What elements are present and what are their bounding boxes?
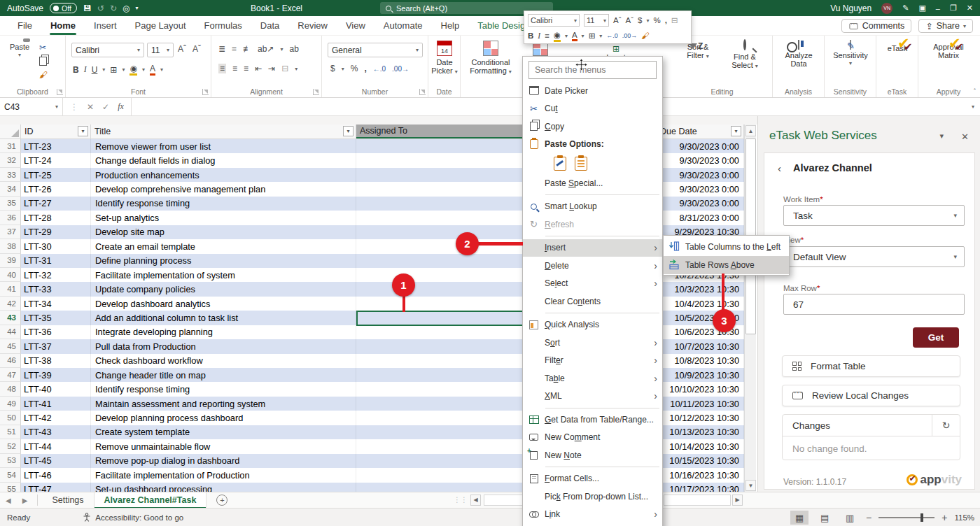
copy-icon[interactable] [39, 57, 47, 66]
decrease-decimal-icon[interactable]: .00→ [622, 32, 638, 39]
qat-customize-icon[interactable]: ▾ [135, 5, 138, 11]
submenu-item-table-columns-to-the-left[interactable]: Table Columns to the Left [664, 238, 789, 256]
font-dialog-launcher[interactable] [202, 89, 209, 95]
cell-title-37[interactable]: Develop site map [91, 225, 356, 239]
horizontal-scrollbar[interactable] [484, 495, 526, 506]
date-picker-button[interactable]: 14 Date Picker ▾ [430, 41, 458, 76]
cell-id-47[interactable]: LTT-39 [21, 368, 91, 382]
avatar[interactable]: VN [881, 3, 892, 14]
menu-item-delete[interactable]: Delete› [523, 257, 662, 275]
cell-due-45[interactable]: 10/7/2023 10:30 [657, 339, 744, 353]
menu-item-get-data-from-table-range[interactable]: Get Data from Table/Range... [523, 411, 662, 429]
bold-icon[interactable]: B [528, 31, 533, 40]
row-header-37[interactable]: 37 [0, 225, 21, 239]
cell-title-55[interactable]: Set-up dashboard processing [91, 483, 356, 492]
accounting-format-icon[interactable]: $ [638, 16, 642, 24]
cell-title-35[interactable]: Identify response timing [91, 197, 356, 211]
tab-page-layout[interactable]: Page Layout [126, 16, 195, 36]
wrap-text-icon[interactable]: ab [290, 44, 299, 54]
comments-button[interactable]: Comments [841, 19, 911, 33]
column-header-title[interactable]: Title▾ [91, 125, 356, 138]
cell-id-31[interactable]: LTT-23 [21, 139, 91, 153]
find-select-button[interactable]: Find & Select ▾ [722, 41, 767, 71]
format-table-button[interactable]: Format Table [782, 355, 960, 377]
row-header-41[interactable]: 41 [0, 282, 21, 296]
quick-access-icon[interactable]: ◎ [122, 3, 130, 13]
cell-id-37[interactable]: LTT-29 [21, 225, 91, 239]
align-bottom-icon[interactable]: ≢ [243, 44, 251, 54]
cell-id-44[interactable]: LTT-36 [21, 325, 91, 339]
cancel-icon[interactable]: ✕ [87, 102, 94, 112]
enter-icon[interactable]: ✓ [102, 102, 109, 112]
comma-style-icon[interactable]: , [364, 64, 366, 73]
tab-help[interactable]: Help [432, 16, 469, 36]
cell-id-51[interactable]: LTT-43 [21, 425, 91, 439]
zoom-slider[interactable] [878, 517, 934, 518]
cell-due-55[interactable]: 10/17/2023 10:30 [657, 483, 744, 492]
decrease-font-icon[interactable]: Aˇ [626, 16, 634, 24]
view-select[interactable]: Default View▾ [783, 246, 965, 267]
cell-title-49[interactable]: Maintain assessment and reporting system [91, 397, 356, 411]
menu-search-input[interactable]: Search the menus [528, 61, 657, 79]
pane-close-icon[interactable]: ✕ [961, 132, 969, 142]
cell-title-33[interactable]: Production enhancements [91, 168, 356, 182]
merge-center-icon[interactable]: ⊟ [671, 15, 678, 25]
restore-button[interactable]: ❐ [950, 3, 957, 13]
fill-color-icon[interactable]: ◉ [554, 30, 561, 42]
select-all-corner[interactable] [0, 125, 21, 138]
cell-due-46[interactable]: 10/8/2023 10:30 [657, 354, 744, 368]
clipboard-dialog-launcher[interactable] [57, 89, 63, 95]
refresh-changes-icon[interactable]: ↻ [932, 415, 960, 436]
cell-title-44[interactable]: Integrate developing planning [91, 325, 356, 339]
accounting-format-icon[interactable]: $ [330, 64, 335, 73]
cell-id-33[interactable]: LTT-25 [21, 168, 91, 182]
cell-due-50[interactable]: 10/12/2023 10:30 [657, 411, 744, 425]
sheet-tab-settings[interactable]: Settings [42, 492, 93, 509]
fill-color-icon[interactable]: ◉ [130, 64, 136, 76]
menu-item-pick-from-drop-down-list[interactable]: Pick From Drop-down List... [523, 488, 662, 506]
save-icon[interactable]: 💾︎ [83, 3, 92, 13]
font-color-icon[interactable]: A [572, 31, 578, 41]
filter-icon[interactable]: ▾ [343, 126, 354, 136]
cell-id-36[interactable]: LTT-28 [21, 211, 91, 225]
align-center-icon[interactable]: ≡ [232, 64, 237, 73]
tab-review[interactable]: Review [288, 16, 337, 36]
increase-decimal-icon[interactable]: ←.0 [373, 65, 386, 73]
cell-id-32[interactable]: LTT-24 [21, 153, 91, 167]
cell-due-51[interactable]: 10/13/2023 10:30 [657, 425, 744, 439]
cell-due-31[interactable]: 9/30/2023 0:00 [657, 139, 744, 153]
menu-item-format-cells[interactable]: Format Cells... [523, 470, 662, 488]
borders-icon[interactable]: ⊞ [589, 31, 596, 41]
row-header-50[interactable]: 50 [0, 411, 21, 425]
tab-data[interactable]: Data [251, 16, 288, 36]
menu-item-table[interactable]: Table› [523, 369, 662, 388]
row-header-49[interactable]: 49 [0, 397, 21, 411]
row-header-33[interactable]: 33 [0, 168, 21, 182]
cell-title-48[interactable]: Identify response timing [91, 382, 356, 396]
page-break-view-icon[interactable]: ▥ [841, 511, 859, 525]
zoom-slider-handle[interactable] [920, 513, 923, 522]
sheet-next-icon[interactable]: ▶ [17, 497, 34, 504]
new-sheet-icon[interactable]: + [216, 495, 227, 506]
scroll-up-icon[interactable]: ▲ [746, 125, 756, 136]
sensitivity-button[interactable]: Sensitivity ▾ [830, 41, 872, 68]
cut-icon[interactable]: ✂ [39, 43, 46, 52]
redo-icon[interactable]: ↻ [110, 3, 117, 13]
decrease-decimal-icon[interactable]: .00→ [392, 65, 409, 73]
cell-id-40[interactable]: LTT-32 [21, 268, 91, 282]
cell-title-51[interactable]: Create system template [91, 425, 356, 439]
cell-due-32[interactable]: 9/30/2023 0:00 [657, 153, 744, 167]
cell-title-45[interactable]: Pull data from Production [91, 339, 356, 353]
menu-item-copy[interactable]: Copy [523, 118, 662, 136]
expand-formula-bar-icon[interactable]: ▾ [972, 104, 980, 110]
align-right-icon[interactable]: ≡ [244, 64, 248, 73]
row-header-43[interactable]: 43 [0, 311, 21, 325]
autosave-toggle[interactable]: Off [50, 3, 77, 13]
row-header-51[interactable]: 51 [0, 425, 21, 439]
conditional-formatting-button[interactable]: Conditional Formatting ▾ [465, 41, 517, 76]
percent-style-icon[interactable]: % [653, 16, 660, 24]
filter-icon[interactable]: ▾ [731, 126, 741, 136]
cell-due-42[interactable]: 10/4/2023 10:30 [657, 297, 744, 311]
cell-id-54[interactable]: LTT-46 [21, 468, 91, 482]
orientation-icon[interactable]: ab↗ [258, 44, 274, 54]
